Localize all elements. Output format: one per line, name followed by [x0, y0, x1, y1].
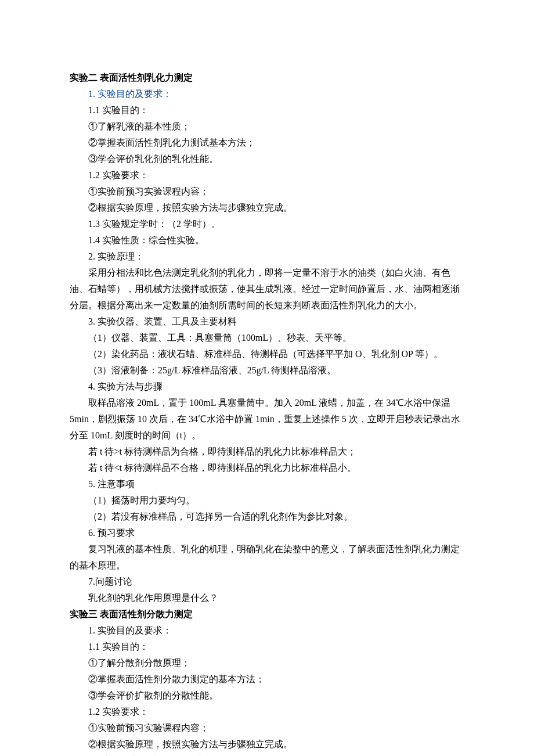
exp3-1-1: 1.1 实验目的： [70, 639, 464, 655]
exp2-1-3: 1.3 实验规定学时：（2 学时）。 [70, 216, 464, 232]
exp3-req-1: ①实验前预习实验课程内容； [70, 720, 464, 736]
exp3-req-2: ②根据实验原理，按照实验方法与步骤独立完成。 [70, 736, 464, 753]
exp2-s4-p: 取样品溶液 20mL，置于 100mL 具塞量筒中。加入 20mL 液蜡，加盖，… [70, 395, 464, 444]
exp2-section-6: 6. 预习要求 [70, 525, 464, 541]
exp3-obj-3: ③学会评价扩散剂的分散性能。 [70, 687, 464, 704]
exp2-section-5: 5. 注意事项 [70, 476, 464, 492]
exp2-obj-3: ③学会评价乳化剂的乳化性能。 [70, 151, 464, 167]
exp2-req-2: ②根据实验原理，按照实验方法与步骤独立完成。 [70, 200, 464, 216]
exp2-s3-2: （2）染化药品：液状石蜡、标准样品、待测样品（可选择平平加 O、乳化剂 OP 等… [70, 346, 464, 362]
exp2-section-3: 3. 实验仪器、装置、工具及主要材料 [70, 314, 464, 330]
exp2-section-1: 1. 实验目的及要求： [70, 86, 464, 102]
exp3-obj-1: ①了解分散剂分散原理； [70, 655, 464, 671]
exp3-1-3: 1.3 实验规定学时：（2 学时）。 [70, 753, 464, 756]
exp2-s3-3: （3）溶液制备：25g/L 标准样品溶液、25g/L 待测样品溶液。 [70, 362, 464, 379]
exp2-s5-1: （1）摇荡时用力要均匀。 [70, 492, 464, 509]
exp2-s4-r2: 若 t 待<t 标待测样品不合格，即待测样品的乳化力比标准样品小。 [70, 460, 464, 476]
exp2-1-1: 1.1 实验目的： [70, 102, 464, 118]
exp2-section-2: 2. 实验原理： [70, 249, 464, 265]
exp2-1-4: 1.4 实验性质：综合性实验。 [70, 232, 464, 249]
exp2-s2-p: 采用分相法和比色法测定乳化剂的乳化力，即将一定量不溶于水的油类（如白火油、有色油… [70, 265, 464, 314]
exp3-title: 实验三 表面活性剂分散力测定 [70, 606, 464, 622]
exp2-section-7: 7.问题讨论 [70, 574, 464, 590]
document-page: 实验二 表面活性剂乳化力测定 1. 实验目的及要求： 1.1 实验目的： ①了解… [0, 0, 534, 756]
exp2-req-1: ①实验前预习实验课程内容； [70, 183, 464, 200]
exp2-section-4: 4. 实验方法与步骤 [70, 379, 464, 395]
exp3-1-2: 1.2 实验要求： [70, 704, 464, 720]
exp2-s7-q: 乳化剂的乳化作用原理是什么？ [70, 590, 464, 606]
exp3-obj-2: ②掌握表面活性剂分散力测定的基本方法； [70, 671, 464, 687]
exp2-title: 实验二 表面活性剂乳化力测定 [70, 70, 464, 86]
exp2-obj-1: ①了解乳液的基本性质； [70, 118, 464, 135]
exp2-obj-2: ②掌握表面活性剂乳化力测试基本方法； [70, 135, 464, 151]
exp2-s5-2: （2）若没有标准样品，可选择另一合适的乳化剂作为参比对象。 [70, 509, 464, 525]
exp2-s3-1: （1）仪器、装置、工具：具塞量筒（100mL）、秒表、天平等。 [70, 330, 464, 346]
exp2-s4-r1: 若 t 待>t 标待测样品为合格，即待测样品的乳化力比标准样品大； [70, 444, 464, 460]
exp2-1-2: 1.2 实验要求： [70, 167, 464, 183]
exp2-s6-p: 复习乳液的基本性质、乳化的机理，明确乳化在染整中的意义，了解表面活性剂乳化力测定… [70, 541, 464, 574]
exp3-section-1: 1. 实验目的及要求： [70, 622, 464, 639]
